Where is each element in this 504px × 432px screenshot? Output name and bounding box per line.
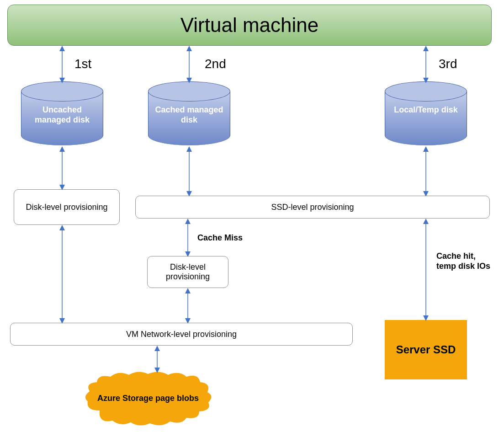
arrow-ssdlevel-disklevelmid — [184, 219, 191, 257]
arrow-vmnetwork-cloud — [154, 346, 161, 373]
cylinder-cached-disk: Cached managed disk — [148, 81, 230, 145]
vm-header-title: Virtual machine — [180, 14, 318, 37]
arrow-uncached-disklevel — [58, 146, 66, 190]
arrow-vm-cached — [186, 46, 193, 83]
box-vm-network-label: VM Network-level provisioning — [126, 330, 237, 339]
ordinal-third: 3rd — [439, 57, 457, 71]
cylinder-local-disk: Local/Temp disk — [385, 81, 467, 145]
cylinder-uncached-label: Uncached managed disk — [21, 105, 103, 125]
cylinder-local-label: Local/Temp disk — [385, 105, 467, 115]
box-ssd-level: SSD-level provisioning — [135, 196, 490, 219]
arrow-ssdlevel-serverssd — [422, 219, 430, 321]
cylinder-uncached-disk: Uncached managed disk — [21, 81, 103, 145]
ordinal-first: 1st — [74, 57, 91, 71]
cloud-label: Azure Storage page blobs — [97, 394, 199, 404]
cloud-azure-storage: Azure Storage page blobs — [81, 369, 215, 428]
arrow-disklevel-vmnetwork — [58, 225, 66, 324]
ordinal-second: 2nd — [205, 57, 226, 71]
box-server-ssd-label: Server SSD — [396, 343, 456, 357]
arrow-cached-ssdlevel — [186, 146, 193, 197]
arrow-vm-local — [422, 46, 430, 83]
box-disk-level-left: Disk-level provisioning — [14, 189, 120, 225]
box-disk-level-mid: Disk-level provisioning — [147, 256, 228, 288]
annotation-cache-hit: Cache hit, temp disk IOs — [436, 251, 496, 271]
arrow-vm-uncached — [58, 46, 66, 83]
box-ssd-level-label: SSD-level provisioning — [271, 203, 354, 212]
vm-header-box: Virtual machine — [7, 5, 492, 46]
box-disk-level-mid-label: Disk-level provisioning — [151, 262, 224, 282]
cylinder-cached-label: Cached managed disk — [148, 105, 230, 125]
box-disk-level-left-label: Disk-level provisioning — [26, 203, 107, 212]
arrow-disklevelmid-vmnetwork — [184, 288, 191, 324]
box-server-ssd: Server SSD — [385, 320, 467, 379]
arrow-local-ssdlevel — [422, 146, 430, 197]
box-vm-network: VM Network-level provisioning — [10, 323, 353, 346]
annotation-cache-miss: Cache Miss — [197, 233, 243, 243]
